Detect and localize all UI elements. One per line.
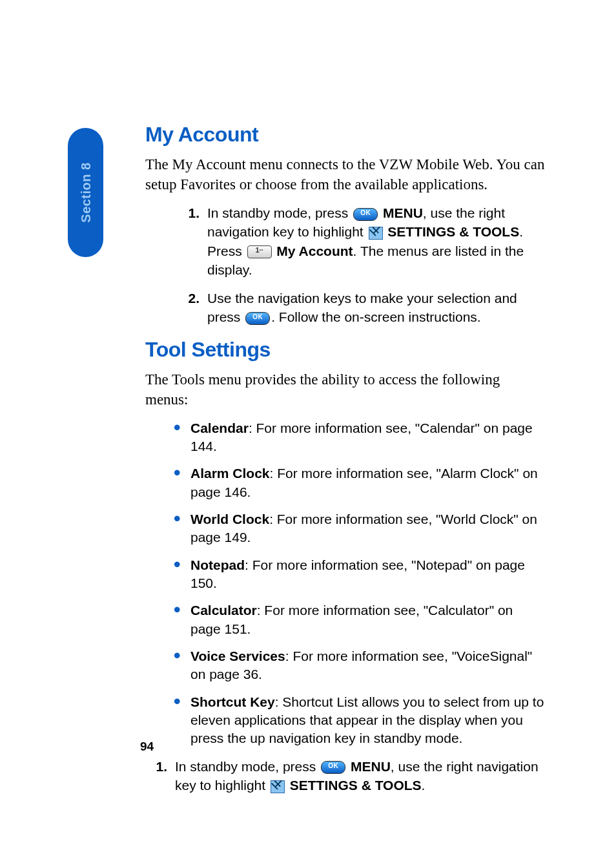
steps-my-account: 1. In standby mode, press MENU, use the … (178, 203, 546, 326)
page-content: My Account The My Account menu connects … (145, 123, 546, 806)
section-tab-label: Section 8 (78, 162, 93, 222)
list-item: World Clock: For more information see, "… (174, 510, 546, 547)
section-tab: Section 8 (68, 128, 103, 257)
list-item: Calendar: For more information see, "Cal… (174, 419, 546, 456)
softkey-icon (247, 245, 272, 258)
ok-key-icon (321, 761, 345, 774)
tool-list: Calendar: For more information see, "Cal… (145, 419, 546, 748)
ok-key-icon (353, 208, 378, 221)
tools-icon (271, 780, 285, 793)
step-number: 1. (145, 757, 175, 795)
heading-my-account: My Account (145, 123, 546, 147)
list-item: Shortcut Key: Shortcut List allows you t… (174, 693, 546, 748)
list-item: Voice Services: For more information see… (174, 647, 546, 684)
step-number: 2. (178, 289, 207, 327)
step-number: 1. (178, 203, 207, 280)
intro-tool-settings: The Tools menu provides the ability to a… (145, 369, 546, 410)
tools-icon (369, 227, 383, 240)
step-2: 2. Use the navigation keys to make your … (178, 289, 546, 327)
step-text: Use the navigation keys to make your sel… (207, 289, 546, 327)
list-item: Notepad: For more information see, "Note… (174, 556, 546, 593)
intro-my-account: The My Account menu connects to the VZW … (145, 154, 546, 194)
steps-shortcut-key: 1. In standby mode, press MENU, use the … (145, 757, 546, 795)
list-item: Alarm Clock: For more information see, "… (174, 464, 546, 501)
step-text: In standby mode, press MENU, use the rig… (175, 757, 546, 795)
page-number: 94 (140, 740, 154, 754)
step-text: In standby mode, press MENU, use the rig… (207, 203, 546, 280)
step-1: 1. In standby mode, press MENU, use the … (178, 203, 546, 280)
list-item: Calculator: For more information see, "C… (174, 601, 546, 638)
ok-key-icon (245, 312, 270, 325)
step-1: 1. In standby mode, press MENU, use the … (145, 757, 546, 795)
heading-tool-settings: Tool Settings (145, 338, 546, 362)
